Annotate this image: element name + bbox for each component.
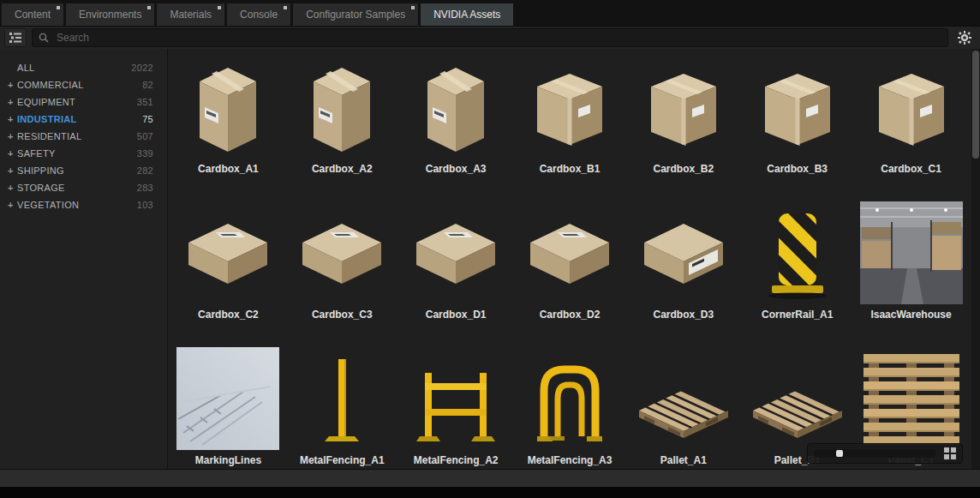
sidebar-item-commercial[interactable]: + COMMERCIAL 82	[0, 76, 167, 93]
asset-thumbnail	[518, 201, 621, 304]
sidebar-item-vegetation[interactable]: + VEGETATION 103	[0, 196, 167, 213]
asset-tile-cardbox-a3[interactable]: Cardbox_A3	[399, 56, 513, 201]
tab-console[interactable]: Console	[227, 3, 290, 26]
asset-label: Cardbox_D2	[540, 309, 601, 321]
asset-tile-cardbox-d2[interactable]: Cardbox_D2	[513, 201, 627, 347]
tab-pin-icon	[57, 6, 60, 9]
asset-thumbnail	[632, 56, 735, 159]
asset-label: Cardbox_B2	[654, 163, 714, 175]
sidebar-item-shipping[interactable]: + SHIPPING 282	[0, 162, 167, 179]
asset-label: Cardbox_A3	[426, 163, 487, 175]
settings-button[interactable]	[953, 31, 976, 45]
asset-thumbnail	[860, 56, 963, 159]
asset-label: IsaacWarehouse	[870, 309, 951, 321]
category-name: VEGETATION	[17, 200, 137, 210]
asset-tile-cardbox-b2[interactable]: Cardbox_B2	[626, 56, 740, 201]
tab-nvidia-assets[interactable]: NVIDIA Assets	[421, 3, 513, 26]
asset-tile-cardbox-d1[interactable]: Cardbox_D1	[399, 201, 513, 347]
asset-tile-cardbox-c3[interactable]: Cardbox_C3	[285, 201, 399, 347]
asset-tile-cardbox-d3[interactable]: Cardbox_D3	[626, 201, 740, 347]
expander[interactable]: +	[8, 165, 17, 176]
asset-tile-markinglines[interactable]: MarkingLines	[171, 347, 285, 469]
category-name: COMMERCIAL	[17, 80, 142, 90]
asset-thumbnail	[746, 56, 849, 159]
tab-pin-icon	[411, 6, 415, 9]
tab-pin-icon	[147, 6, 151, 9]
vertical-scrollbar[interactable]	[971, 49, 980, 469]
asset-label: Cardbox_C1	[881, 163, 941, 175]
grid-view-icon[interactable]	[944, 447, 956, 459]
asset-thumbnail	[860, 201, 963, 304]
expander[interactable]: +	[8, 148, 17, 159]
asset-thumbnail	[290, 347, 393, 450]
asset-tile-metalfencing-a3[interactable]: MetalFencing_A3	[513, 347, 627, 469]
category-name: INDUSTRIAL	[17, 114, 142, 124]
expander[interactable]: +	[8, 114, 17, 124]
asset-thumbnail	[860, 347, 963, 450]
slider-track[interactable]	[814, 449, 936, 458]
category-count: 82	[142, 80, 153, 90]
tab-configurator-samples[interactable]: Configurator Samples	[293, 3, 418, 26]
asset-label: CornerRail_A1	[762, 309, 833, 321]
asset-label: Cardbox_B3	[767, 163, 828, 175]
tab-label: Materials	[170, 9, 212, 21]
asset-label: Pallet_A1	[660, 454, 707, 466]
asset-tile-isaacwarehouse[interactable]: IsaacWarehouse	[854, 201, 968, 347]
tab-pin-icon	[284, 6, 287, 9]
scrollbar-thumb[interactable]	[972, 51, 979, 159]
category-sidebar: ALL 2022 + COMMERCIAL 82 + EQUIPMENT 351…	[0, 49, 168, 469]
thumbnail-size-slider[interactable]	[807, 443, 963, 464]
gear-icon	[958, 31, 971, 45]
slider-handle[interactable]	[836, 450, 843, 457]
sidebar-item-all[interactable]: ALL 2022	[0, 59, 167, 76]
asset-tile-cardbox-a1[interactable]: Cardbox_A1	[171, 56, 285, 201]
asset-thumbnail	[404, 347, 507, 450]
asset-label: Cardbox_D3	[654, 309, 714, 321]
asset-thumbnail	[632, 347, 735, 450]
expander[interactable]: +	[8, 131, 17, 141]
asset-thumbnail	[404, 201, 507, 304]
tab-environments[interactable]: Environments	[66, 3, 154, 26]
sidebar-item-storage[interactable]: + STORAGE 283	[0, 179, 167, 196]
asset-label: Cardbox_C2	[198, 309, 259, 321]
tab-materials[interactable]: Materials	[157, 3, 224, 26]
search-box[interactable]	[32, 28, 948, 47]
bottom-strip	[0, 487, 980, 498]
asset-tile-cardbox-c2[interactable]: Cardbox_C2	[171, 201, 285, 347]
category-name: SAFETY	[17, 148, 137, 159]
expander[interactable]: +	[8, 97, 17, 107]
asset-thumbnail	[290, 201, 393, 304]
category-name: ALL	[17, 63, 131, 73]
asset-tile-cardbox-b3[interactable]: Cardbox_B3	[740, 56, 854, 201]
asset-tile-cardbox-a2[interactable]: Cardbox_A2	[285, 56, 399, 201]
expander[interactable]: +	[8, 80, 17, 90]
sidebar-item-residential[interactable]: + RESIDENTIAL 507	[0, 128, 167, 145]
asset-tile-cardbox-c1[interactable]: Cardbox_C1	[854, 56, 968, 201]
search-toolbar	[0, 26, 980, 49]
filter-hierarchy-button[interactable]	[4, 28, 27, 47]
asset-thumbnail	[404, 56, 507, 159]
asset-grid-panel: Cardbox_A1 Cardbox_A2 Cardbox_A3 Cardbox…	[168, 49, 980, 469]
sidebar-item-industrial[interactable]: + INDUSTRIAL 75	[0, 111, 167, 128]
category-count: 2022	[131, 63, 153, 73]
asset-tile-pallet-a1[interactable]: Pallet_A1	[626, 347, 740, 469]
asset-tile-cardbox-b1[interactable]: Cardbox_B1	[513, 56, 627, 201]
expander[interactable]: +	[8, 200, 17, 210]
sidebar-item-equipment[interactable]: + EQUIPMENT 351	[0, 93, 167, 111]
asset-label: MetalFencing_A2	[414, 454, 499, 466]
search-input[interactable]	[55, 31, 941, 45]
tab-content[interactable]: Content	[2, 3, 63, 26]
category-count: 507	[137, 131, 153, 141]
asset-tile-metalfencing-a1[interactable]: MetalFencing_A1	[285, 347, 399, 469]
main-area: ALL 2022 + COMMERCIAL 82 + EQUIPMENT 351…	[0, 49, 980, 469]
asset-tile-cornerrail-a1[interactable]: CornerRail_A1	[740, 201, 854, 347]
sidebar-item-safety[interactable]: + SAFETY 339	[0, 145, 167, 162]
tab-label: Content	[15, 9, 51, 21]
category-name: STORAGE	[17, 183, 137, 193]
tab-label: Environments	[79, 9, 141, 21]
asset-thumbnail	[290, 56, 393, 159]
expander[interactable]: +	[8, 183, 17, 193]
asset-thumbnail	[518, 56, 621, 159]
category-name: SHIPPING	[17, 165, 137, 176]
asset-tile-metalfencing-a2[interactable]: MetalFencing_A2	[399, 347, 513, 469]
